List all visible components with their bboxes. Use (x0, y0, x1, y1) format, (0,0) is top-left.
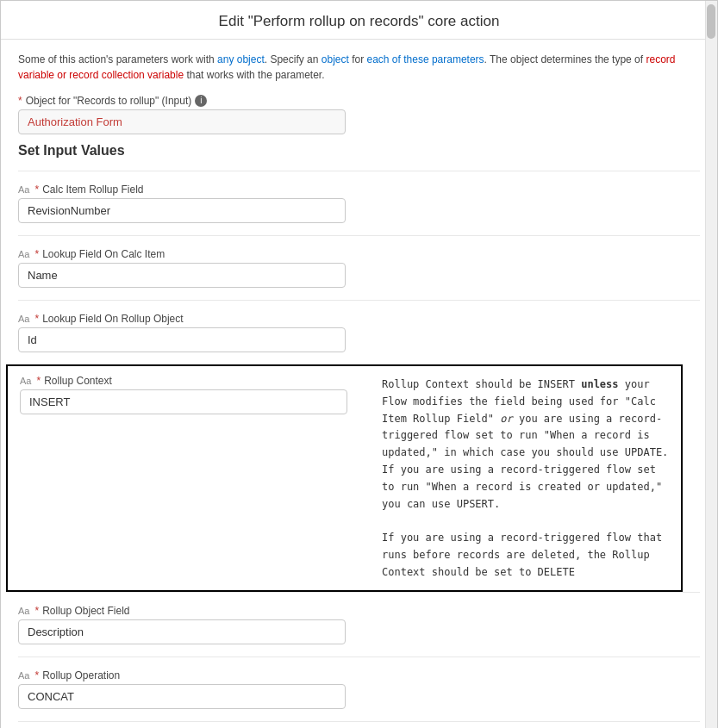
form-row-left: Aa * Calc Item Rollup Field (18, 184, 380, 223)
form-row-lookup-calc: Aa * Lookup Field On Calc Item (18, 235, 700, 300)
modal-container: Edit "Perform rollup on records" core ac… (0, 0, 718, 728)
info-icon: i (195, 95, 207, 107)
form-row-rollup-op: Aa * Rollup Operation (18, 656, 700, 721)
section-title: Set Input Values (18, 143, 700, 159)
field-label-lookup-calc: Aa * Lookup Field On Calc Item (18, 248, 363, 260)
object-field-input[interactable] (18, 109, 346, 134)
form-row-left: Aa * Rollup Operation (18, 669, 380, 709)
field-label-rollup-context: Aa * Rollup Context (20, 375, 365, 387)
form-row-left-context: Aa * Rollup Context (20, 375, 382, 414)
field-label-rollup-obj: Aa * Rollup Object Field (18, 605, 363, 617)
info-banner: Some of this action's parameters work wi… (18, 52, 700, 83)
form-row-left: Aa * Lookup Field On Rollup Object (18, 313, 380, 352)
modal-header: Edit "Perform rollup on records" core ac… (1, 1, 717, 40)
rollup-obj-field-input[interactable] (18, 619, 346, 644)
object-label-text: Object for "Records to rollup" (Input) (26, 95, 192, 107)
scrollbar-thumb[interactable] (707, 4, 715, 39)
form-row-left: Aa * Lookup Field On Calc Item (18, 248, 380, 288)
form-row-right-context: Rollup Context should be INSERT unless y… (382, 375, 669, 582)
modal-title: Edit "Perform rollup on records" core ac… (18, 13, 700, 30)
form-row-right-calc-item (380, 184, 700, 185)
aa-icon: Aa (18, 606, 29, 616)
rollup-op-input[interactable] (18, 684, 346, 709)
calc-item-input[interactable] (18, 198, 346, 223)
form-row-rollup-context: Aa * Rollup Context Rollup Context shoul… (6, 364, 683, 592)
field-label-calc-item: Aa * Calc Item Rollup Field (18, 184, 363, 196)
form-row-left: Aa * Rollup Object Field (18, 605, 380, 644)
lookup-calc-input[interactable] (18, 263, 346, 288)
aa-icon: Aa (18, 184, 29, 195)
aa-icon: Aa (18, 670, 29, 681)
form-row-lookup-rollup: Aa * Lookup Field On Rollup Object (18, 300, 700, 364)
form-row-right-rollup-obj (380, 605, 700, 607)
field-label-lookup-rollup: Aa * Lookup Field On Rollup Object (18, 313, 363, 325)
form-row-calc-item: Aa * Calc Item Rollup Field (18, 171, 700, 235)
object-section: * Object for "Records to rollup" (Input)… (18, 95, 700, 134)
aa-icon: Aa (18, 249, 29, 259)
lookup-rollup-input[interactable] (18, 327, 346, 352)
modal-body: Some of this action's parameters work wi… (1, 40, 717, 728)
form-row-right-lookup-rollup (380, 313, 700, 314)
object-field-label: * Object for "Records to rollup" (Input)… (18, 95, 700, 107)
form-row-right-lookup-calc (380, 248, 700, 250)
form-row-rollup-obj-field: Aa * Rollup Object Field (18, 592, 700, 656)
aa-icon: Aa (18, 314, 29, 324)
info-banner-text: Some of this action's parameters work wi… (18, 53, 675, 81)
aa-icon: Aa (20, 376, 31, 386)
form-row-right-rollup-op (380, 669, 700, 671)
form-row-rollup-target: Aa * Rollup target's SObject Name (18, 721, 700, 728)
rollup-context-input[interactable] (20, 389, 347, 414)
field-label-rollup-op: Aa * Rollup Operation (18, 669, 363, 681)
required-indicator: * (18, 95, 22, 107)
